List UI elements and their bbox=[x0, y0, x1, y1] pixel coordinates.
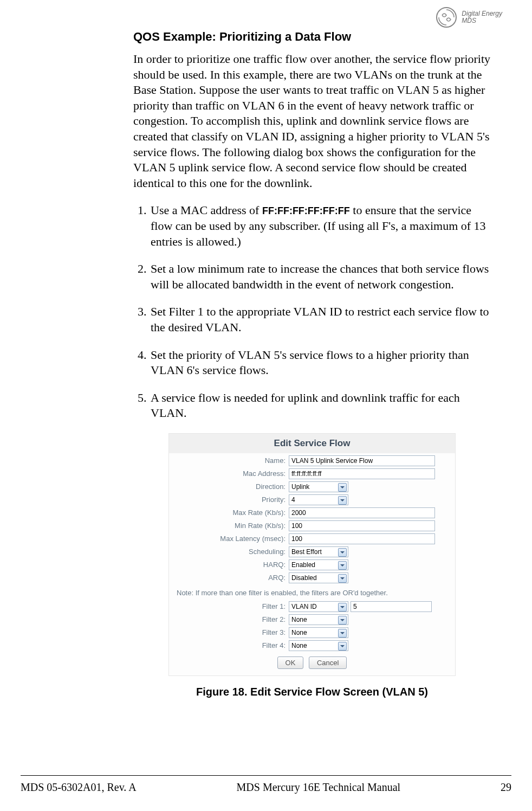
label-maxrate: Max Rate (Kb/s): bbox=[169, 509, 289, 517]
mac-input[interactable] bbox=[289, 468, 435, 479]
label-filter3: Filter 3: bbox=[169, 628, 289, 636]
step-3: Set Filter 1 to the appropriate VLAN ID … bbox=[150, 304, 491, 335]
label-direction: Direction: bbox=[169, 482, 289, 491]
harq-select[interactable] bbox=[289, 559, 348, 570]
arq-select[interactable] bbox=[289, 572, 348, 583]
section-intro: In order to prioritize one traffic flow … bbox=[133, 52, 491, 191]
label-filter1: Filter 1: bbox=[169, 602, 289, 610]
dialog-title: Edit Service Flow bbox=[169, 434, 455, 453]
step-5: A service flow is needed for uplink and … bbox=[150, 390, 491, 421]
filter4-select[interactable] bbox=[289, 640, 348, 651]
footer-right: 29 bbox=[501, 781, 511, 794]
filter3-select[interactable] bbox=[289, 627, 348, 638]
step-1-pre: Use a MAC address of bbox=[151, 203, 262, 217]
label-harq: HARQ: bbox=[169, 561, 289, 569]
label-minrate: Min Rate (Kb/s): bbox=[169, 522, 289, 530]
filter2-select[interactable] bbox=[289, 614, 348, 625]
name-input[interactable] bbox=[289, 455, 435, 466]
figure-caption: Figure 18. Edit Service Flow Screen (VLA… bbox=[168, 686, 456, 698]
brand-line2: MDS bbox=[462, 17, 502, 24]
section-title: QOS Example: Prioritizing a Data Flow bbox=[133, 30, 491, 44]
edit-service-flow-dialog: Edit Service Flow Name: Mac Address: Dir… bbox=[168, 433, 456, 676]
filter1-select[interactable] bbox=[289, 601, 348, 612]
step-1: Use a MAC address of FF:FF:FF:FF:FF:FF t… bbox=[150, 203, 491, 249]
ok-button[interactable]: OK bbox=[277, 656, 304, 669]
minrate-input[interactable] bbox=[289, 520, 435, 531]
scheduling-select[interactable] bbox=[289, 546, 348, 557]
filter-note: Note: If more than one filter is enabled… bbox=[169, 585, 455, 599]
label-name: Name: bbox=[169, 456, 289, 465]
footer-left: MDS 05-6302A01, Rev. A bbox=[21, 781, 137, 794]
maxrate-input[interactable] bbox=[289, 507, 435, 518]
step-2: Set a low minimum rate to increase the c… bbox=[150, 261, 491, 292]
priority-select[interactable] bbox=[289, 494, 348, 505]
label-mac: Mac Address: bbox=[169, 469, 289, 478]
step-1-code: FF:FF:FF:FF:FF:FF bbox=[262, 205, 350, 216]
brand-header: Digital Energy MDS bbox=[436, 7, 502, 28]
step-4: Set the priority of VLAN 5's service flo… bbox=[150, 347, 491, 378]
steps-list: Use a MAC address of FF:FF:FF:FF:FF:FF t… bbox=[133, 203, 491, 421]
label-priority: Priority: bbox=[169, 495, 289, 504]
cancel-button[interactable]: Cancel bbox=[309, 656, 347, 669]
label-filter4: Filter 4: bbox=[169, 641, 289, 649]
page-footer: MDS 05-6302A01, Rev. A MDS Mercury 16E T… bbox=[21, 775, 511, 794]
label-filter2: Filter 2: bbox=[169, 615, 289, 623]
label-arq: ARQ: bbox=[169, 574, 289, 582]
maxlatency-input[interactable] bbox=[289, 533, 435, 544]
label-scheduling: Scheduling: bbox=[169, 548, 289, 556]
svg-point-0 bbox=[437, 8, 456, 27]
ge-logo-icon bbox=[436, 7, 457, 28]
direction-select[interactable] bbox=[289, 481, 348, 492]
label-maxlatency: Max Latency (msec): bbox=[169, 535, 289, 543]
footer-center: MDS Mercury 16E Technical Manual bbox=[237, 781, 401, 794]
filter1-value-input[interactable] bbox=[351, 601, 432, 612]
